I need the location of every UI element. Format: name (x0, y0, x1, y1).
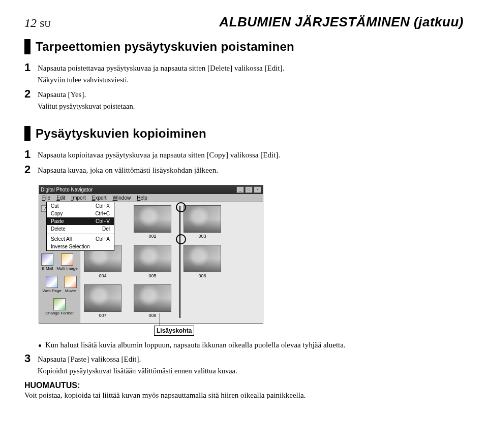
window-titlebar: Digital Photo Navigator _ □ × (39, 185, 263, 194)
menu-bar: File Edit Import Export Window Help (39, 194, 263, 202)
bullet-icon (39, 344, 41, 347)
step-b3-num: 3 (24, 353, 38, 365)
heading-bar-b (24, 126, 30, 141)
change-format-icon (53, 298, 66, 310)
multi-image-button[interactable]: Multi Image (56, 253, 77, 271)
thumb-004-label: 004 (99, 273, 106, 278)
app-screenshot: Digital Photo Navigator _ □ × File Edit … (39, 185, 267, 324)
thumb-006[interactable]: 006 (184, 245, 221, 278)
menu-separator (47, 234, 114, 234)
menu-paste-key: Ctrl+V (96, 218, 110, 224)
sidebar-row-1: E-Mail Multi Image (41, 253, 78, 271)
section-a-heading: Tarpeettomien pysäytyskuvien poistaminen (24, 39, 464, 54)
step-b3: 3 Napsauta [Paste] valikossa [Edit]. Kop… (24, 353, 464, 376)
movie-button[interactable]: Movie (65, 276, 77, 293)
thumb-008-image (134, 284, 171, 312)
multi-image-label: Multi Image (56, 266, 77, 271)
sidebar-row-2: Web Page Movie (41, 276, 78, 293)
step-a1: 1 Napsauta poistettavaa pysäytyskuvaa ja… (24, 61, 464, 85)
insertion-indicator (179, 206, 180, 318)
step-a2-sub: Valitut pysäytyskuvat poistetaan. (38, 101, 135, 111)
insertion-caption: Lisäyskohta (154, 326, 194, 336)
step-b3-main: Napsauta [Paste] valikossa [Edit]. (38, 355, 141, 363)
heading-b-text: Pysäytyskuvien kopioiminen (36, 126, 206, 141)
thumb-008[interactable]: 008 (134, 284, 171, 318)
step-b1-num: 1 (24, 148, 38, 161)
step-b3-sub: Kopioidut pysäytyskuvat lisätään välittö… (38, 366, 237, 376)
movie-icon (65, 276, 77, 288)
page-num-suffix: SU (40, 19, 51, 29)
web-page-label: Web Page (42, 289, 61, 293)
menu-import[interactable]: Import (71, 195, 85, 201)
thumb-007[interactable]: 007 (84, 284, 121, 318)
edit-dropdown: Cut Ctrl+X Copy Ctrl+C Paste Ctrl+V Dele… (46, 202, 114, 251)
sidebar-row-3: Change Format (41, 298, 78, 315)
close-button[interactable]: × (254, 186, 261, 193)
menu-file[interactable]: File (42, 195, 50, 201)
email-label: E-Mail (42, 266, 53, 271)
thumb-003[interactable]: 003 (184, 205, 221, 239)
menu-inv-label: Inverse Selection (51, 244, 90, 249)
step-b2: 2 Napsauta kuvaa, joka on välittömästi l… (24, 164, 464, 176)
menu-item-delete[interactable]: Delete Del (47, 225, 114, 233)
note-text: Voit poistaa, kopioida tai liittää kuvan… (24, 391, 464, 400)
step-b1-text: Napsauta kopioitavaa pysäytyskuvaa ja na… (38, 148, 280, 161)
minimize-button[interactable]: _ (236, 186, 244, 193)
web-page-icon (46, 276, 58, 288)
email-button[interactable]: E-Mail (41, 253, 53, 271)
step-a2: 2 Napsauta [Yes]. Valitut pysäytyskuvat … (24, 88, 464, 111)
menu-help[interactable]: Help (137, 195, 147, 201)
app-window: Digital Photo Navigator _ □ × File Edit … (39, 185, 263, 324)
window-title-text: Digital Photo Navigator (41, 187, 93, 193)
thumb-002[interactable]: 002 (134, 205, 171, 239)
menu-item-cut[interactable]: Cut Ctrl+X (47, 202, 114, 210)
menu-item-select-all[interactable]: Select All Ctrl+A (47, 235, 114, 243)
thumb-002-image (134, 205, 171, 233)
menu-cut-key: Ctrl+X (96, 203, 110, 209)
thumb-007-image (84, 284, 121, 312)
thumb-005[interactable]: 005 (134, 245, 171, 278)
menu-item-copy[interactable]: Copy Ctrl+C (47, 210, 114, 217)
step-b3-text: Napsauta [Paste] valikossa [Edit]. Kopio… (38, 353, 237, 376)
email-icon (41, 253, 53, 266)
step-a1-text: Napsauta poistettavaa pysäytyskuvaa ja n… (38, 61, 284, 85)
menu-cut-label: Cut (51, 203, 59, 209)
section-b-heading: Pysäytyskuvien kopioiminen (24, 126, 464, 141)
maximize-button[interactable]: □ (245, 186, 253, 193)
page-number: 12 SU (24, 16, 51, 30)
menu-edit[interactable]: Edit (56, 195, 65, 201)
caption-connector-line (160, 313, 160, 326)
window-body: Cut Ctrl+X Copy Ctrl+C Paste Ctrl+V Dele… (39, 202, 263, 323)
step-a1-sub: Näkyviin tulee vahvistusviesti. (38, 75, 284, 85)
multi-image-icon (61, 253, 73, 266)
thumb-003-image (184, 205, 221, 233)
page-title: ALBUMIEN JÄRJESTÄMINEN (jatkuu) (219, 14, 464, 30)
caption-row: Lisäyskohta (154, 326, 464, 336)
menu-window[interactable]: Window (113, 195, 131, 201)
step-b2-text: Napsauta kuvaa, joka on välittömästi lis… (38, 164, 218, 176)
change-format-button[interactable]: Change Format (45, 298, 74, 315)
menu-item-paste[interactable]: Paste Ctrl+V (47, 217, 114, 225)
thumb-003-label: 003 (198, 234, 206, 239)
movie-label: Movie (65, 289, 76, 293)
window-buttons: _ □ × (236, 186, 261, 193)
thumb-006-image (184, 245, 221, 272)
web-page-button[interactable]: Web Page (42, 276, 61, 293)
menu-item-inverse-selection[interactable]: Inverse Selection (47, 243, 114, 250)
heading-a-text: Tarpeettomien pysäytyskuvien poistaminen (36, 40, 294, 54)
menu-delete-key: Del (102, 226, 110, 232)
bullet-text: Kun haluat lisätä kuvia albumin loppuun,… (45, 341, 346, 349)
thumb-006-label: 006 (198, 273, 206, 278)
thumb-002-label: 002 (148, 234, 156, 239)
page-num-value: 12 (24, 16, 37, 29)
menu-delete-label: Delete (51, 226, 66, 232)
step-b1: 1 Napsauta kopioitavaa pysäytyskuvaa ja … (24, 148, 464, 161)
thumb-005-image (134, 245, 171, 272)
step-a1-main: Napsauta poistettavaa pysäytyskuvaa ja n… (38, 64, 284, 72)
menu-export[interactable]: Export (92, 195, 107, 201)
step-a2-num: 2 (24, 88, 38, 100)
menu-copy-label: Copy (51, 211, 63, 216)
menu-selall-key: Ctrl+A (96, 236, 110, 242)
thumb-007-label: 007 (99, 313, 106, 318)
step-a1-num: 1 (24, 61, 38, 74)
